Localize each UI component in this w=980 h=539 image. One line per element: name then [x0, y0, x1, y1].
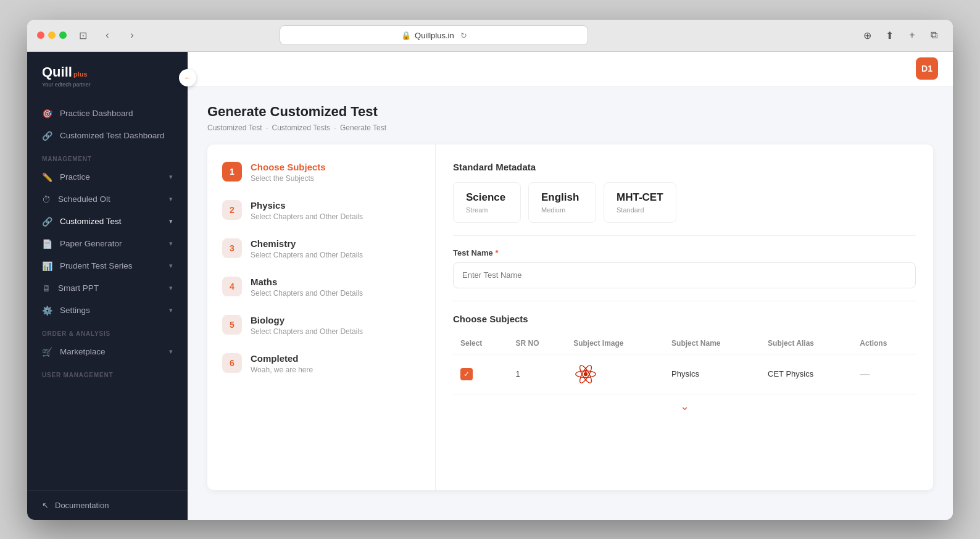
checkbox-checked-icon[interactable]: ✓: [460, 368, 473, 380]
step-6-info: Completed Woah, we are here: [251, 353, 313, 374]
sidebar-item-scheduled-olt[interactable]: ⏱ Scheduled Olt ▾: [27, 188, 188, 211]
address-bar[interactable]: 🔒 Quillplus.in ↻: [280, 25, 588, 45]
sidebar-item-practice[interactable]: ✏️ Practice ▾: [27, 166, 188, 188]
metadata-card-stream: Science Stream: [453, 182, 521, 223]
step-6[interactable]: 6 Completed Woah, we are here: [222, 353, 420, 374]
table-header-row: Select SR NO Subject Image Subject Name …: [453, 333, 916, 354]
url-text: Quillplus.in: [415, 31, 454, 40]
chevron-down-icon: ▾: [169, 240, 173, 248]
browser-chrome: ⊡ ‹ › 🔒 Quillplus.in ↻ ⊕ ⬆ + ⧉: [27, 20, 953, 52]
page-title: Generate Customized Test: [207, 104, 933, 120]
stream-value: Science: [466, 191, 508, 204]
prudent-test-label: Prudent Test Series: [60, 261, 133, 270]
sidebar-item-practice-dashboard[interactable]: 🎯 Practice Dashboard: [27, 102, 188, 125]
step-3-info: Chemistry Select Chapters and Other Deta…: [251, 238, 363, 259]
scheduled-olt-label: Scheduled Olt: [58, 194, 110, 204]
divider-2: [453, 301, 916, 301]
documentation-item[interactable]: ↖ Documentation: [42, 501, 173, 510]
customized-test-label: Customized Test: [60, 217, 122, 226]
close-button[interactable]: [37, 31, 44, 39]
step-1-name: Choose Subjects: [251, 162, 326, 172]
steps-panel: 1 Choose Subjects Select the Subjects 2: [207, 144, 436, 490]
step-1-desc: Select the Subjects: [251, 174, 326, 183]
content-grid: 1 Choose Subjects Select the Subjects 2: [207, 144, 933, 490]
scroll-indicator: ⌄: [453, 395, 916, 418]
test-name-input[interactable]: [453, 262, 916, 288]
logo-quill: Quill: [42, 64, 72, 80]
step-3-number: 3: [222, 238, 242, 258]
practice-icon: 🎯: [42, 109, 52, 119]
step-5[interactable]: 5 Biology Select Chapters and Other Deta…: [222, 315, 420, 336]
step-4-info: Maths Select Chapters and Other Details: [251, 277, 363, 298]
back-button[interactable]: ‹: [99, 27, 116, 44]
breadcrumb-item-3: Generate Test: [340, 123, 386, 132]
step-1-info: Choose Subjects Select the Subjects: [251, 162, 326, 183]
step-6-name: Completed: [251, 353, 313, 364]
step-2[interactable]: 2 Physics Select Chapters and Other Deta…: [222, 200, 420, 221]
step-4[interactable]: 4 Maths Select Chapters and Other Detail…: [222, 277, 420, 298]
sidebar-nav: 🎯 Practice Dashboard 🔗 Customized Test D…: [27, 98, 188, 490]
maximize-button[interactable]: [59, 31, 67, 39]
svg-point-4: [584, 369, 587, 372]
sidebar-item-smart-ppt[interactable]: 🖥 Smart PPT ▾: [27, 277, 188, 299]
refresh-icon[interactable]: ↻: [460, 31, 467, 40]
share-icon[interactable]: ⬆: [881, 27, 899, 44]
col-subject-name: Subject Name: [664, 333, 760, 354]
logo: Quill plus Your edtech partner: [27, 52, 188, 98]
top-bar: D1: [188, 52, 953, 86]
choose-subjects-title: Choose Subjects: [453, 314, 916, 324]
sidebar-item-customized-test-dashboard[interactable]: 🔗 Customized Test Dashboard: [27, 125, 188, 147]
col-subject-image: Subject Image: [566, 333, 664, 354]
marketplace-label: Marketplace: [60, 347, 106, 356]
traffic-lights: [37, 31, 67, 39]
user-avatar[interactable]: D1: [916, 57, 938, 80]
sidebar-item-marketplace[interactable]: 🛒 Marketplace ▾: [27, 341, 188, 363]
metadata-section-title: Standard Metadata: [453, 162, 916, 172]
lock-icon: 🔒: [401, 31, 411, 40]
step-1[interactable]: 1 Choose Subjects Select the Subjects: [222, 162, 420, 183]
sidebar-item-customized-test[interactable]: 🔗 Customized Test ▾: [27, 211, 188, 233]
step-5-number: 5: [222, 315, 242, 335]
breadcrumb-sep-1: -: [265, 123, 268, 132]
step-6-desc: Woah, we are here: [251, 366, 313, 374]
step-4-desc: Select Chapters and Other Details: [251, 289, 363, 298]
cell-subject-alias: CET Physics: [760, 354, 852, 394]
step-2-info: Physics Select Chapters and Other Detail…: [251, 200, 363, 221]
cell-select[interactable]: ✓: [453, 354, 509, 394]
browser-actions: ⊕ ⬆ + ⧉: [859, 27, 943, 44]
smart-ppt-icon: 🖥: [42, 283, 51, 293]
tabs-icon[interactable]: ⧉: [926, 27, 943, 44]
step-6-number: 6: [222, 353, 242, 373]
sidebar-item-settings[interactable]: ⚙️ Settings ▾: [27, 299, 188, 322]
sidebar-toggle[interactable]: ←: [179, 69, 196, 86]
step-3[interactable]: 3 Chemistry Select Chapters and Other De…: [222, 238, 420, 259]
download-icon[interactable]: ⊕: [859, 27, 876, 44]
minimize-button[interactable]: [48, 31, 56, 39]
forward-button[interactable]: ›: [123, 27, 141, 44]
paper-generator-icon: 📄: [42, 239, 52, 249]
breadcrumb: Customized Test - Customized Tests - Gen…: [207, 123, 933, 132]
breadcrumb-item-2: Customized Tests: [272, 123, 330, 132]
smart-ppt-label: Smart PPT: [58, 283, 99, 293]
cell-subject-name: Physics: [664, 354, 760, 394]
cell-actions: —: [852, 354, 916, 394]
detail-panel: Standard Metadata Science Stream English…: [436, 144, 933, 490]
physics-atom-image: [573, 362, 598, 386]
col-subject-alias: Subject Alias: [760, 333, 852, 354]
standard-label: Standard: [617, 206, 663, 214]
paper-generator-label: Paper Generator: [60, 239, 122, 248]
customized-test-nav-icon: 🔗: [42, 217, 52, 227]
order-section-label: ORDER & ANALYSIS: [27, 322, 188, 341]
page-content: Generate Customized Test Customized Test…: [188, 86, 953, 520]
medium-label: Medium: [541, 206, 583, 214]
sidebar-toggle-btn[interactable]: ⊡: [74, 27, 91, 44]
col-select: Select: [453, 333, 509, 354]
sidebar-item-prudent-test-series[interactable]: 📊 Prudent Test Series ▾: [27, 255, 188, 277]
subjects-table: Select SR NO Subject Image Subject Name …: [453, 333, 916, 395]
new-tab-icon[interactable]: +: [903, 27, 921, 44]
required-marker: *: [495, 248, 498, 257]
chevron-down-icon: ▾: [169, 195, 173, 203]
chevron-down-icon: ▾: [169, 217, 173, 225]
metadata-card-standard: MHT-CET Standard: [604, 182, 676, 223]
sidebar-item-paper-generator[interactable]: 📄 Paper Generator ▾: [27, 233, 188, 255]
